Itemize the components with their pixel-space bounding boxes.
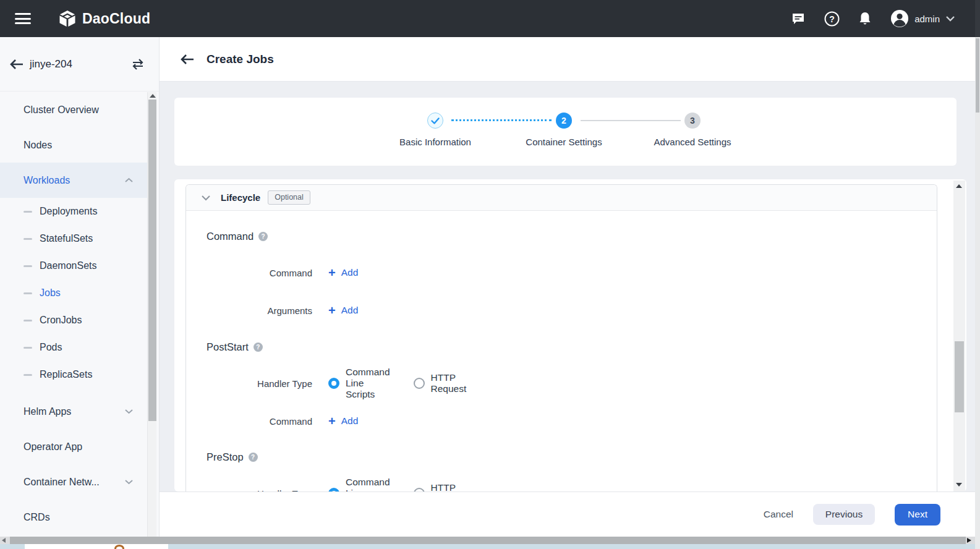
sidebar-scrollbar[interactable] (147, 92, 156, 549)
add-label: Add (341, 305, 359, 316)
add-command-button[interactable]: + Add (328, 267, 358, 278)
page-title: Create Jobs (207, 53, 274, 66)
page-scrollbar-top (975, 0, 980, 37)
sidebar-item-helm-apps[interactable]: Helm Apps (0, 394, 147, 429)
user-menu[interactable]: admin (890, 9, 955, 28)
radio-command-line-scripts[interactable] (328, 378, 339, 389)
add-arguments-button[interactable]: + Add (328, 305, 358, 316)
chevron-down-icon (124, 409, 134, 414)
sidebar-item-nodes[interactable]: Nodes (0, 127, 147, 163)
dash-icon (23, 265, 32, 267)
sidebar-item-label: Cluster Overview (23, 104, 99, 116)
next-button[interactable]: Next (895, 504, 940, 526)
sidebar-item-cluster-overview[interactable]: Cluster Overview (0, 92, 147, 127)
sidebar-item-label: Container Netw... (23, 477, 100, 488)
sidebar-item-workloads[interactable]: Workloads (0, 163, 147, 198)
horizontal-scrollbar-thumb[interactable] (10, 537, 966, 544)
sidebar-item-label: Deployments (40, 206, 97, 217)
step-1-label: Basic Information (373, 137, 497, 147)
section-title: Lifecycle (221, 192, 260, 203)
sidebar-item-crds[interactable]: CRDs (0, 500, 147, 535)
sidebar-item-label: Helm Apps (23, 406, 71, 417)
cluster-back-icon[interactable] (10, 57, 23, 71)
add-label: Add (341, 415, 359, 427)
field-label: Command (207, 416, 312, 427)
optional-badge: Optional (268, 190, 310, 205)
previous-button[interactable]: Previous (813, 504, 875, 525)
plus-icon: + (328, 305, 336, 315)
sidebar-item-label: Pods (40, 342, 62, 353)
page-header: Create Jobs (160, 37, 980, 82)
chat-icon[interactable] (790, 11, 806, 27)
scroll-down-icon[interactable] (956, 483, 962, 487)
scroll-up-icon[interactable] (150, 94, 156, 98)
radio-label: Command Line Scripts (346, 367, 390, 400)
cancel-button[interactable]: Cancel (764, 509, 793, 520)
sidebar-item-replicasets[interactable]: ReplicaSets (0, 361, 147, 388)
radio-label: Command Line Scripts (346, 477, 390, 492)
horizontal-scrollbar[interactable] (0, 537, 980, 544)
help-icon[interactable]: ? (824, 11, 840, 27)
sidebar-item-label: Jobs (40, 287, 61, 299)
radio-http-request[interactable] (414, 378, 425, 389)
field-label: Handler Type (207, 378, 312, 389)
sidebar-item-operator-app[interactable]: Operator App (0, 429, 147, 464)
lifecycle-panel-header[interactable]: Lifecycle Optional (186, 185, 937, 211)
step-2-circle: 2 (556, 113, 572, 129)
add-poststart-command-button[interactable]: + Add (328, 415, 358, 427)
cluster-name: jinye-204 (30, 58, 72, 70)
step-2-label: Container Settings (502, 137, 626, 147)
scroll-up-icon[interactable] (956, 184, 962, 188)
chevron-down-icon[interactable] (201, 195, 211, 201)
sidebar-item-label: Operator App (23, 441, 82, 453)
bell-icon[interactable] (857, 11, 873, 27)
dash-icon (23, 292, 32, 294)
sidebar-item-container-network[interactable]: Container Netw... (0, 464, 147, 500)
sidebar-item-jobs[interactable]: Jobs (0, 279, 147, 307)
sidebar-item-statefulsets[interactable]: StatefulSets (0, 225, 147, 252)
page-back-icon[interactable] (181, 53, 194, 66)
dash-icon (23, 374, 32, 376)
sidebar-scrollbar-thumb[interactable] (148, 100, 156, 421)
sidebar-item-deployments[interactable]: Deployments (0, 198, 147, 225)
switch-cluster-icon[interactable] (130, 57, 145, 71)
chevron-up-icon (124, 177, 134, 183)
poststart-section-title: PostStart ? (207, 340, 263, 354)
bottom-edge-strip (0, 544, 980, 549)
chevron-down-icon (945, 15, 955, 22)
dash-icon (23, 347, 32, 349)
step-connector-dotted (451, 119, 552, 121)
step-3-circle: 3 (684, 113, 701, 129)
stepper: 2 3 Basic Information Container Settings… (174, 98, 957, 166)
dash-icon (23, 238, 32, 240)
hamburger-menu-icon[interactable] (15, 13, 31, 24)
daocloud-cube-icon (58, 9, 77, 28)
page-scrollbar[interactable] (975, 0, 980, 549)
sidebar-item-daemonsets[interactable]: DaemonSets (0, 252, 147, 279)
form-scrollbar[interactable] (953, 181, 965, 492)
add-label: Add (341, 267, 359, 278)
step-1-done-icon (427, 113, 443, 129)
help-icon[interactable]: ? (254, 343, 263, 352)
sidebar-item-cronjobs[interactable]: CronJobs (0, 307, 147, 334)
step-3-label: Advanced Settings (631, 137, 754, 147)
main-content: Create Jobs 2 3 Basic Information Contai… (160, 37, 980, 537)
sidebar-item-label: Workloads (23, 175, 70, 186)
help-icon[interactable]: ? (258, 232, 268, 241)
page-scrollbar-thumb[interactable] (976, 38, 979, 113)
form-container: Lifecycle Optional Command ? Command + A… (174, 179, 966, 492)
prestop-section-title: PreStop ? (207, 450, 258, 464)
section-label: Command (207, 231, 254, 242)
sidebar-item-pods[interactable]: Pods (0, 334, 147, 361)
svg-text:?: ? (829, 14, 835, 23)
sidebar-header: jinye-204 (0, 37, 159, 92)
step-connector-solid (581, 120, 681, 121)
help-icon[interactable]: ? (249, 453, 258, 462)
scroll-left-icon[interactable] (2, 538, 6, 543)
brand-logo[interactable]: DaoCloud (58, 9, 150, 28)
sidebar: jinye-204 Cluster Overview Nodes Workloa… (0, 37, 160, 537)
form-scrollbar-thumb[interactable] (955, 341, 964, 412)
top-bar: DaoCloud ? (0, 0, 980, 37)
field-label: Command (207, 268, 312, 278)
sidebar-item-label: ReplicaSets (40, 369, 92, 380)
